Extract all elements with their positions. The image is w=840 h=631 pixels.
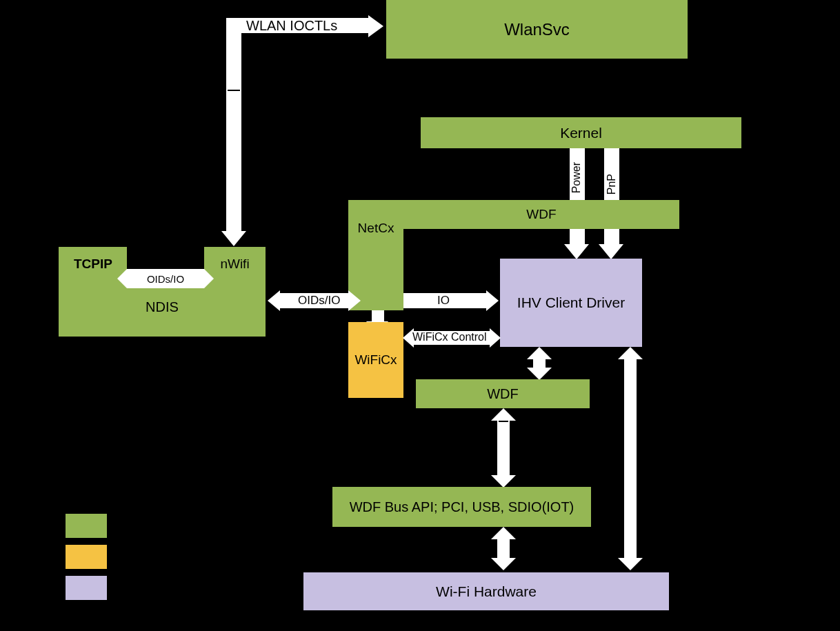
bus-hw-shaft [497,538,510,559]
wdf-mid-box: WDF [416,379,590,408]
wdf-bus-up-head [491,408,516,421]
ndis-box: NDIS [59,290,266,324]
ihv-wdf-up-head [527,347,552,359]
pnp-label: PnP [606,174,618,194]
ihv-label: IHV Client Driver [517,294,625,311]
wifi-hardware-box: Wi-Fi Hardware [303,572,669,610]
wdf-bus-shaft [497,419,510,476]
ihv-hw-up-head [618,347,643,359]
bus-hw-up-head [491,527,516,539]
wlansvc-label: WlanSvc [504,20,570,39]
nwifi-box: nWifi [204,247,266,281]
wdf-mid-label: WDF [487,386,519,402]
oids-io-2-right-head [348,290,361,311]
kernel-label: Kernel [560,125,602,141]
io-arrow-head [486,290,499,311]
pnp-arrow-shaft [603,148,620,245]
oids-io-2-left-head [268,290,280,311]
tcpip-label: TCPIP [74,257,112,272]
wificx-control-right-head [490,328,501,348]
io-label: IO [437,294,450,308]
wlan-ioctls-label: WLAN IOCTLs [246,18,337,34]
ihv-hw-shaft [624,359,637,559]
ihv-box: IHV Client Driver [500,259,642,347]
kernel-box: Kernel [421,117,741,148]
wdf-bus-label: WDF Bus API; PCI, USB, SDIO(IOT) [350,499,574,515]
tick-mark-1 [228,90,240,91]
tcpip-box: TCPIP [59,247,128,281]
wdf-top-box: WDF [403,200,679,229]
wlan-ioctls-down-head [221,231,246,246]
oids-io-1-box: OIDs/IO [127,269,204,288]
wlansvc-box: WlanSvc [386,0,688,59]
power-arrow-head [564,244,589,259]
legend-green [66,514,107,538]
wlan-ioctls-arrow-head [368,15,383,37]
legend-orange [66,545,107,569]
ihv-wdf-shaft [533,359,546,368]
ihv-wdf-down-head [527,368,552,380]
oids-io-2-label: OIDs/IO [298,294,340,308]
bus-hw-down-head [491,558,516,570]
ihv-hw-down-head [618,558,643,570]
nwifi-label: nWifi [220,257,249,272]
wifi-hardware-label: Wi-Fi Hardware [436,583,537,600]
wificx-control-label: WiFiCx Control [412,331,487,343]
wdf-bus-down-head [491,475,516,488]
wificx-box: WiFiCx [348,322,403,398]
ndis-label: NDIS [146,299,179,315]
wlan-ioctls-vert-shaft [226,18,241,232]
tick-mark-2 [499,421,508,422]
power-label: Power [570,162,583,193]
netcx-label: NetCx [358,221,394,236]
wdf-top-label: WDF [526,207,556,222]
wdf-bus-box: WDF Bus API; PCI, USB, SDIO(IOT) [332,487,591,527]
wificx-label: WiFiCx [354,352,397,368]
legend-purple [66,576,107,600]
oids-io-1-label: OIDs/IO [147,273,184,285]
pnp-arrow-head [599,244,623,259]
